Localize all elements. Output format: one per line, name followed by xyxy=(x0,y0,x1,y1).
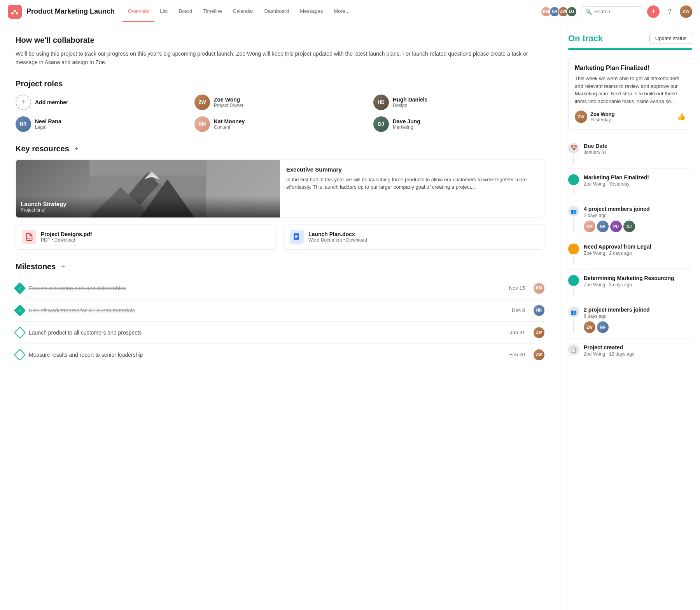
marketing-plan-title: Marketing Plan Finalized! xyxy=(584,174,692,181)
2-members-time: 8 days ago xyxy=(584,314,692,319)
project-created-title: Project created xyxy=(584,344,692,351)
milestone-avatar-1: KM xyxy=(534,283,544,294)
milestone-item-3[interactable]: Launch product to all customers and pros… xyxy=(16,322,544,344)
project-created-content: Project created Zoe Wong 12 days ago xyxy=(584,344,692,359)
right-sidebar: On track Update status Marketing Plan Fi… xyxy=(560,23,700,610)
milestone-label-3: Launch product to all customers and pros… xyxy=(29,330,505,336)
status-card-footer: ZW Zoe Wong Yesterday 👍 xyxy=(575,110,686,123)
tab-messages[interactable]: Messages xyxy=(294,1,328,22)
tab-dashboard[interactable]: Dashboard xyxy=(259,1,295,22)
launch-plan-file[interactable]: Launch Plan.docx Word Document • Downloa… xyxy=(283,224,544,250)
activity-approval: Need Approval from Legal Zoe Wong 2 days… xyxy=(568,238,692,270)
milestone-item-2[interactable]: ✓ Kick off workstreams for all launch ma… xyxy=(16,300,544,322)
member-avatar-zoe-2: ZW xyxy=(584,321,595,333)
member-avatar-neel: NR xyxy=(597,221,609,232)
status-card-desc: This week we were able to get all stakeh… xyxy=(575,75,686,105)
approval-meta: Zoe Wong 2 days ago xyxy=(584,251,692,256)
neel-info: Neel Rana Legal xyxy=(35,118,61,130)
milestone-avatar-3: ZW xyxy=(534,327,544,338)
zoe-name: Zoe Wong xyxy=(214,96,243,103)
tab-list[interactable]: List xyxy=(154,1,173,22)
milestones-heading: Milestones xyxy=(16,262,56,271)
role-item-zoe[interactable]: ZW Zoe Wong Project Owner xyxy=(194,95,366,110)
launch-plan-info: Launch Plan.docx Word Document • Downloa… xyxy=(308,231,367,243)
neel-role: Legal xyxy=(35,124,61,130)
resourcing-meta: Zoe Wong 3 days ago xyxy=(584,282,692,287)
pdf-icon: PDF xyxy=(22,230,36,244)
add-milestone-button[interactable]: + xyxy=(59,262,67,271)
nav-avatar-4[interactable]: DJ xyxy=(566,6,577,17)
tab-more[interactable]: More... xyxy=(328,1,355,22)
milestone-label-4: Measure results and report to senior lea… xyxy=(29,352,505,358)
role-item-kat[interactable]: KM Kat Mooney Content xyxy=(194,116,366,132)
status-header: On track Update status xyxy=(568,33,692,44)
role-item-dave[interactable]: DJ Dave Jung Marketing xyxy=(373,116,544,132)
kat-role: Content xyxy=(214,124,245,130)
activity-marketing-plan: Marketing Plan Finalized! Zoe Wong Yeste… xyxy=(568,169,692,200)
doc-file-icon xyxy=(292,233,301,241)
milestones-section: Milestones + ✓ Finalize marketing plan a… xyxy=(16,262,544,366)
tab-overview[interactable]: Overview xyxy=(122,1,154,22)
exec-summary-title: Executive Summary xyxy=(286,166,538,173)
svg-rect-13 xyxy=(295,236,298,237)
resourcing-content: Determining Marketing Resourcing Zoe Won… xyxy=(584,275,692,295)
svg-rect-12 xyxy=(295,235,298,235)
exec-summary-desc: In the first half of this year we will b… xyxy=(286,176,538,191)
activity-feed: 📅 Due Date January 31 Marketing Plan Fin… xyxy=(568,137,692,365)
doc-icon xyxy=(290,230,304,244)
2-members-content: 2 project members joined 8 days ago ZW N… xyxy=(584,307,692,333)
app-icon[interactable] xyxy=(8,5,22,19)
project-designs-file[interactable]: PDF Project Designs.pdf PDF • Download xyxy=(16,224,277,250)
role-item-neel[interactable]: NR Neel Rana Legal xyxy=(16,116,187,132)
resourcing-icon xyxy=(568,275,579,286)
launch-plan-meta: Word Document • Download xyxy=(308,237,367,243)
milestone-avatar-2: NR xyxy=(534,305,544,316)
resources-section: Key resources + xyxy=(16,144,544,250)
search-input[interactable] xyxy=(594,9,639,14)
roles-heading: Project roles xyxy=(16,79,544,88)
svg-rect-9 xyxy=(90,160,206,175)
member-avatar-neel-2: NR xyxy=(597,321,609,333)
avatar-group: KM NR ZW DJ xyxy=(541,6,577,17)
milestone-date-4: Feb 20 xyxy=(509,352,525,358)
help-button[interactable]: ? xyxy=(663,5,676,18)
milestone-item-1[interactable]: ✓ Finalize marketing plan and deliverabl… xyxy=(16,277,544,300)
4-members-title: 4 project members joined xyxy=(584,206,692,212)
current-user-avatar[interactable]: ZW xyxy=(680,5,692,18)
main-layout: How we'll collaborate We'll be using thi… xyxy=(0,23,700,610)
launch-strategy-card[interactable]: Launch Strategy Project brief Executive … xyxy=(16,160,544,218)
add-button[interactable]: + xyxy=(647,5,660,18)
2-members-title: 2 project members joined xyxy=(584,307,692,313)
activity-due-date: 📅 Due Date January 31 xyxy=(568,137,692,169)
collaborate-section: How we'll collaborate We'll be using thi… xyxy=(16,36,544,67)
milestone-avatar-4: ZW xyxy=(534,349,544,360)
launch-strategy-subtitle: Project brief xyxy=(21,207,275,213)
status-card-user-time: Yesterday xyxy=(590,117,615,123)
add-member-item[interactable]: + Add member xyxy=(16,95,187,110)
add-member-label-wrap: Add member xyxy=(35,99,68,105)
tab-timeline[interactable]: Timeline xyxy=(198,1,228,22)
update-status-button[interactable]: Update status xyxy=(649,33,692,44)
project-created-meta: Zoe Wong 12 days ago xyxy=(584,351,692,357)
dave-name: Dave Jung xyxy=(393,118,420,124)
resource-image: Launch Strategy Project brief xyxy=(16,160,280,217)
tab-board[interactable]: Board xyxy=(173,1,198,22)
milestone-diamond-3 xyxy=(14,326,26,338)
tab-calendar[interactable]: Calendar xyxy=(228,1,259,22)
4-members-time: 2 days ago xyxy=(584,213,692,218)
add-member-button[interactable]: + xyxy=(16,95,31,110)
search-bar[interactable]: 🔍 xyxy=(581,6,643,17)
nav-right: KM NR ZW DJ 🔍 + ? ZW xyxy=(541,5,692,18)
approval-content: Need Approval from Legal Zoe Wong 2 days… xyxy=(584,244,692,264)
hugh-avatar: HD xyxy=(373,95,389,110)
status-card-title: Marketing Plan Finalized! xyxy=(575,65,686,72)
role-item-hugh[interactable]: HD Hugh Daniels Design xyxy=(373,95,544,110)
milestone-item-4[interactable]: Measure results and report to senior lea… xyxy=(16,344,544,366)
like-button[interactable]: 👍 xyxy=(677,112,686,121)
4-members-content: 4 project members joined 2 days ago KM N… xyxy=(584,206,692,232)
resource-overlay: Launch Strategy Project brief xyxy=(16,196,280,217)
asana-logo-icon xyxy=(11,8,19,16)
status-user-info: Zoe Wong Yesterday xyxy=(590,111,615,123)
due-date-value: January 31 xyxy=(584,150,692,155)
add-resource-button[interactable]: + xyxy=(72,144,81,153)
